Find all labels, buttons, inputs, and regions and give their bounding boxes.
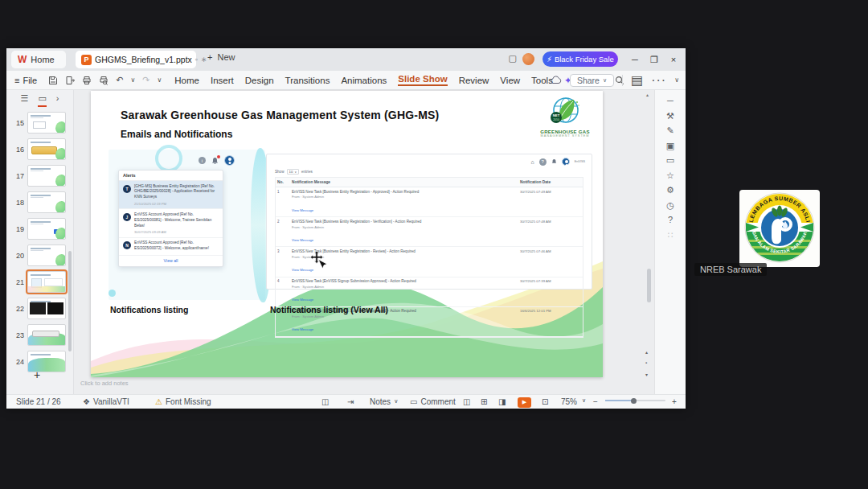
slide-indicator-icon[interactable]: ▪ [645, 360, 647, 365]
notification-bell-icon[interactable] [211, 157, 219, 165]
collapse-ribbon-icon[interactable]: ∨ [674, 76, 679, 84]
menu-view[interactable]: View [500, 76, 520, 85]
slideshow-play-button[interactable]: ▶ [518, 397, 531, 408]
notification-row[interactable]: 2EnVISS New Task [Business Entity Regist… [276, 217, 583, 247]
new-tab-button[interactable]: + New [207, 52, 235, 62]
undo-caret-icon[interactable]: ∨ [130, 76, 135, 84]
view-message-link[interactable]: View Message [292, 208, 313, 213]
comment-icon[interactable]: ▭ [666, 156, 674, 165]
slide-thumbnail-21[interactable]: 21 [11, 270, 71, 294]
normal-view-icon[interactable]: ◫ [463, 397, 470, 406]
zoom-slider-knob[interactable] [631, 398, 637, 404]
tab-home[interactable]: W Home [11, 51, 66, 68]
share-button[interactable]: Share ∨ [570, 74, 614, 87]
profile-avatar-icon-right[interactable] [562, 158, 570, 166]
favorite-icon[interactable]: ☆ [666, 171, 674, 180]
font-missing-warning[interactable]: ⚠ Font Missing [155, 397, 211, 406]
bell-icon[interactable] [551, 158, 557, 165]
more-options-icon[interactable]: ··· [651, 73, 666, 88]
panel-scrollbar[interactable] [68, 251, 72, 351]
print-preview-icon[interactable] [99, 76, 108, 85]
pane-toggle-icon[interactable]: ◫ [321, 397, 329, 406]
outline-view-icon[interactable]: ☰ [21, 93, 29, 107]
restore-button[interactable]: ❐ [645, 52, 663, 67]
help-icon[interactable]: ? [668, 216, 673, 224]
zoom-in-button[interactable]: + [672, 397, 677, 406]
notes-placeholder[interactable]: Click to add notes [80, 380, 129, 387]
minimize-button[interactable]: ─ [626, 52, 644, 67]
file-menu[interactable]: ≡ File [14, 76, 37, 85]
menu-animations[interactable]: Animations [341, 76, 387, 85]
participant-video-tile[interactable]: LEMBAGA SUMBER ASLI DAN ALAM SEKITAR SAR… [739, 190, 820, 267]
black-friday-sale-button[interactable]: ⚡ Black Friday Sale [542, 51, 618, 67]
slide-thumbnail-18[interactable]: 18 [11, 191, 71, 214]
edit-icon[interactable]: ✎ [666, 126, 674, 135]
tab-pin-icon[interactable]: ▫ [195, 55, 198, 64]
next-slide-icon[interactable]: ▾ [645, 372, 648, 377]
slide-thumbnail-16[interactable]: 16 [11, 138, 71, 161]
menu-design[interactable]: Design [245, 76, 274, 85]
reading-view-icon[interactable]: ◨ [498, 397, 506, 406]
close-button[interactable]: × [665, 52, 682, 67]
theme-indicator[interactable]: ❖ VanillaVTI [83, 397, 129, 406]
history-icon[interactable]: ◷ [666, 201, 674, 210]
save-icon[interactable] [48, 76, 58, 85]
cloud-sync-icon[interactable] [550, 76, 562, 84]
slide-thumbnail-17[interactable]: 17 [11, 164, 71, 187]
tools-icon[interactable]: ⚒ [666, 112, 674, 121]
undo-icon[interactable]: ↶ [116, 75, 123, 85]
workspace-icon[interactable]: ▢ [509, 53, 517, 64]
zoom-caret-icon[interactable]: ∨ [582, 397, 586, 404]
menu-home[interactable]: Home [174, 76, 199, 85]
objects-icon[interactable]: ▣ [666, 142, 674, 150]
toolbar-caret-icon[interactable]: ∨ [157, 76, 162, 84]
slide-thumbnail-15[interactable]: 15 [11, 111, 71, 134]
notification-row[interactable]: 4EnVISS New Task [EnVISS Signup Submissi… [276, 277, 583, 307]
zoom-out-button[interactable]: − [593, 397, 598, 406]
menu-slide-show[interactable]: Slide Show [398, 74, 447, 86]
slide-canvas[interactable]: Sarawak Greenhouse Gas Management System… [91, 91, 603, 377]
fit-slide-icon[interactable]: ⊡ [542, 397, 548, 406]
previous-slide-icon[interactable]: ▴ [645, 349, 648, 355]
menu-insert[interactable]: Insert [211, 76, 234, 85]
collapse-icon[interactable]: ─ [667, 97, 674, 105]
scrollbar-thumb[interactable] [647, 269, 651, 302]
settings-icon[interactable]: ⚙ [666, 186, 674, 195]
view-message-link[interactable]: View Message [292, 298, 313, 302]
slide-thumbnail-24[interactable]: 24 [11, 350, 71, 373]
menu-review[interactable]: Review [459, 76, 489, 85]
panel-expand-icon[interactable]: › [56, 93, 59, 107]
tab-document[interactable]: P GHGMS_Briefing_v1.pptx ▫ ∗ [76, 51, 196, 68]
help-circle-icon[interactable]: ? [539, 158, 547, 166]
comment-button[interactable]: ▭ Comment [410, 397, 456, 406]
notification-row[interactable]: 1EnVISS New Task [Business Entity Regist… [276, 187, 583, 217]
view-message-link[interactable]: View Message [292, 327, 313, 332]
alert-item[interactable]: JEnVISS Account Approved [Ref No. ES/202… [119, 209, 223, 237]
slide-sorter-icon[interactable]: ⊞ [481, 397, 487, 406]
slide-thumbnail-23[interactable]: 23 [11, 323, 71, 347]
slide-view-icon[interactable]: ▭ [38, 93, 46, 107]
export-icon[interactable] [65, 76, 75, 85]
zoom-level[interactable]: 75% [561, 397, 577, 406]
slide-thumbnail-20[interactable]: 20 [11, 244, 71, 267]
add-slide-button[interactable]: + [34, 368, 40, 381]
print-icon[interactable] [82, 76, 92, 85]
home-icon[interactable]: ⌂ [530, 159, 534, 165]
alert-item[interactable]: T[GHG-MS] Business Entity Registration [… [119, 181, 223, 209]
slide-thumbnail-19[interactable]: 19 [11, 217, 71, 240]
view-message-link[interactable]: View Message [292, 238, 313, 243]
grid-icon[interactable]: ∷ [668, 231, 674, 240]
menu-transitions[interactable]: Transitions [285, 76, 330, 85]
info-icon[interactable]: i [199, 157, 206, 164]
profile-avatar-icon[interactable] [224, 155, 235, 166]
task-pane-icon[interactable]: ▤ [631, 72, 643, 88]
alert-item[interactable]: NEnVISS Account Approved [Ref No. ES/202… [119, 238, 223, 256]
alerts-view-all-link[interactable]: View all [119, 256, 223, 266]
zoom-slider[interactable] [605, 395, 665, 397]
slide-thumbnail-22[interactable]: 22 [11, 297, 71, 320]
desktop-toggle-icon[interactable]: ⇥ [347, 397, 354, 406]
notes-button[interactable]: Notes ∨ [370, 397, 398, 406]
page-size-select[interactable]: 10 ∨ [287, 169, 299, 175]
user-avatar[interactable] [522, 53, 534, 65]
scroll-up-icon[interactable]: ▴ [646, 92, 649, 97]
